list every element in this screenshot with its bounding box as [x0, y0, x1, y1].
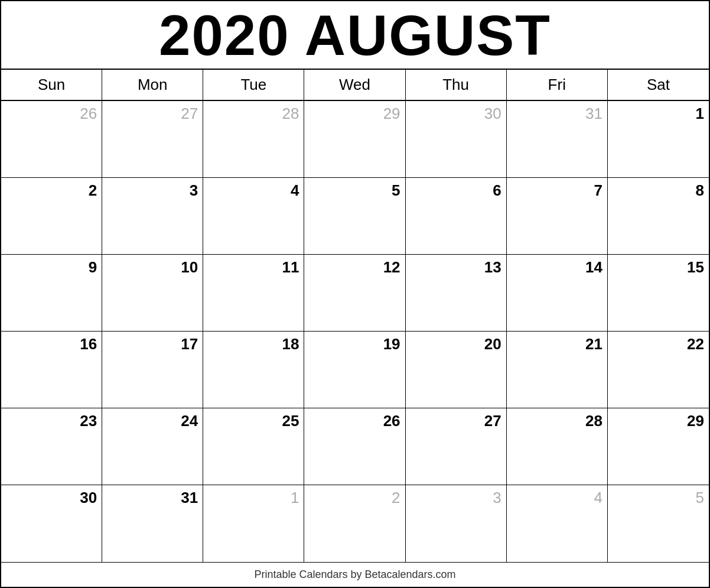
calendar-cell: 26	[304, 408, 405, 485]
day-number: 7	[512, 181, 602, 200]
calendar-cell: 27	[406, 408, 507, 485]
calendar-footer: Printable Calendars by Betacalendars.com	[1, 562, 709, 587]
calendar-cell: 16	[1, 332, 102, 408]
day-number: 10	[107, 258, 198, 277]
day-number: 15	[613, 258, 704, 277]
day-number: 1	[613, 105, 704, 123]
day-number: 28	[512, 412, 602, 430]
day-number: 26	[309, 412, 400, 430]
calendar-cell: 9	[1, 255, 102, 332]
calendar-cell: 11	[203, 255, 304, 332]
day-number: 12	[309, 258, 400, 277]
day-number: 2	[309, 489, 400, 507]
day-of-week-mon: Mon	[102, 70, 203, 100]
calendar-cell: 26	[1, 101, 102, 178]
day-number: 19	[309, 335, 400, 353]
calendar-cell: 29	[608, 408, 709, 485]
day-number: 29	[309, 105, 400, 123]
calendar-cell: 31	[102, 485, 203, 562]
calendar-cell: 8	[608, 178, 709, 255]
calendar-header: SunMonTueWedThuFriSat	[1, 70, 709, 101]
calendar-cell: 18	[203, 332, 304, 408]
day-number: 4	[208, 181, 299, 200]
day-number: 14	[512, 258, 602, 277]
calendar-cell: 3	[102, 178, 203, 255]
calendar-cell: 30	[406, 101, 507, 178]
calendar-cell: 13	[406, 255, 507, 332]
day-number: 26	[6, 105, 97, 123]
day-number: 31	[107, 489, 198, 507]
day-of-week-wed: Wed	[304, 70, 405, 100]
day-of-week-thu: Thu	[406, 70, 507, 100]
day-number: 16	[6, 335, 97, 353]
calendar-cell: 17	[102, 332, 203, 408]
day-number: 6	[411, 181, 501, 200]
day-number: 28	[208, 105, 299, 123]
calendar-cell: 3	[406, 485, 507, 562]
calendar-cell: 29	[304, 101, 405, 178]
day-number: 29	[613, 412, 704, 430]
calendar-cell: 12	[304, 255, 405, 332]
day-number: 22	[613, 335, 704, 353]
day-of-week-fri: Fri	[507, 70, 608, 100]
day-number: 8	[613, 181, 704, 200]
calendar-cell: 31	[507, 101, 608, 178]
day-number: 4	[512, 489, 602, 507]
calendar-cell: 5	[304, 178, 405, 255]
day-number: 23	[6, 412, 97, 430]
calendar-cell: 14	[507, 255, 608, 332]
calendar-cell: 15	[608, 255, 709, 332]
calendar: 2020 AUGUST SunMonTueWedThuFriSat 262728…	[0, 0, 710, 588]
calendar-cell: 20	[406, 332, 507, 408]
day-number: 5	[613, 489, 704, 507]
day-number: 17	[107, 335, 198, 353]
calendar-cell: 4	[203, 178, 304, 255]
day-number: 24	[107, 412, 198, 430]
calendar-cell: 27	[102, 101, 203, 178]
calendar-cell: 19	[304, 332, 405, 408]
day-number: 2	[6, 181, 97, 200]
day-of-week-sun: Sun	[1, 70, 102, 100]
calendar-cell: 25	[203, 408, 304, 485]
calendar-cell: 6	[406, 178, 507, 255]
day-number: 25	[208, 412, 299, 430]
day-number: 18	[208, 335, 299, 353]
calendar-cell: 24	[102, 408, 203, 485]
day-number: 30	[411, 105, 501, 123]
calendar-cell: 1	[608, 101, 709, 178]
day-number: 21	[512, 335, 602, 353]
day-of-week-sat: Sat	[608, 70, 709, 100]
calendar-cell: 4	[507, 485, 608, 562]
day-number: 30	[6, 489, 97, 507]
calendar-cell: 23	[1, 408, 102, 485]
calendar-cell: 28	[507, 408, 608, 485]
calendar-cell: 1	[203, 485, 304, 562]
calendar-cell: 21	[507, 332, 608, 408]
calendar-cell: 7	[507, 178, 608, 255]
day-number: 27	[107, 105, 198, 123]
calendar-cell: 2	[304, 485, 405, 562]
day-number: 9	[6, 258, 97, 277]
day-number: 3	[107, 181, 198, 200]
day-number: 1	[208, 489, 299, 507]
calendar-cell: 28	[203, 101, 304, 178]
day-of-week-tue: Tue	[203, 70, 304, 100]
day-number: 11	[208, 258, 299, 277]
day-number: 5	[309, 181, 400, 200]
day-number: 20	[411, 335, 501, 353]
day-number: 27	[411, 412, 501, 430]
calendar-grid: 2627282930311234567891011121314151617181…	[1, 101, 709, 562]
day-number: 3	[411, 489, 501, 507]
calendar-cell: 5	[608, 485, 709, 562]
calendar-cell: 2	[1, 178, 102, 255]
day-number: 13	[411, 258, 501, 277]
calendar-title: 2020 AUGUST	[1, 1, 709, 70]
calendar-cell: 10	[102, 255, 203, 332]
calendar-cell: 30	[1, 485, 102, 562]
day-number: 31	[512, 105, 602, 123]
calendar-cell: 22	[608, 332, 709, 408]
